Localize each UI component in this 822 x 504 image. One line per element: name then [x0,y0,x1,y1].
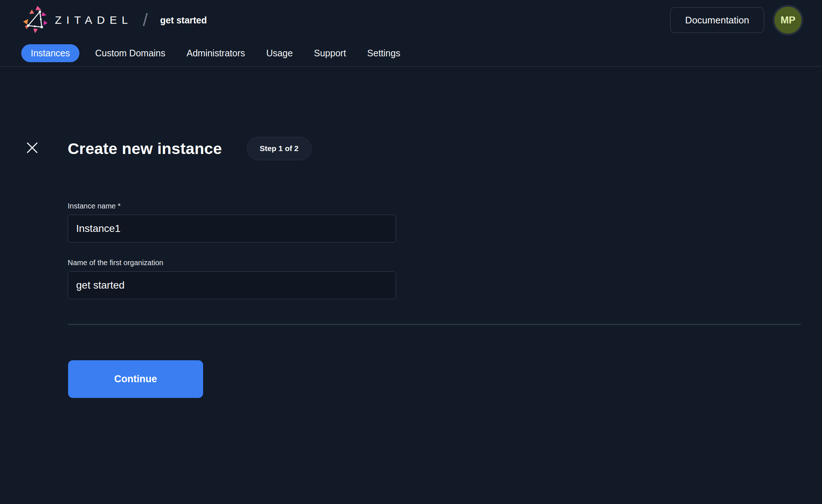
close-icon [26,142,38,154]
close-button[interactable] [23,139,41,157]
instance-name-input[interactable] [68,215,396,242]
tab-usage[interactable]: Usage [261,44,298,62]
tab-administrators[interactable]: Administrators [181,44,251,62]
step-badge: Step 1 of 2 [247,137,311,160]
avatar[interactable]: MP [774,7,802,34]
organization-name-field: Name of the first organization [68,258,396,299]
breadcrumb[interactable]: get started [160,15,207,26]
brand[interactable]: ZITADEL [22,5,132,35]
wizard-header: Create new instance Step 1 of 2 [68,137,311,160]
breadcrumb-separator: / [143,11,147,29]
header-actions: Documentation MP [670,7,804,34]
tab-instances[interactable]: Instances [21,44,79,62]
instance-name-field: Instance name * [68,201,396,242]
header: ZITADEL / get started Documentation MP [0,0,822,40]
tab-support[interactable]: Support [309,44,352,62]
documentation-button[interactable]: Documentation [670,7,764,33]
organization-name-input[interactable] [68,271,396,299]
main-nav: Instances Custom Domains Administrators … [0,40,822,67]
organization-name-label: Name of the first organization [68,258,396,267]
brand-wordmark: ZITADEL [55,14,132,26]
page-title: Create new instance [68,140,222,158]
tab-settings[interactable]: Settings [362,44,406,62]
tab-custom-domains[interactable]: Custom Domains [90,44,171,62]
form-divider [68,324,801,325]
continue-button[interactable]: Continue [68,360,203,398]
zitadel-logo-icon [22,5,49,35]
create-instance-form: Instance name * Name of the first organi… [68,201,396,299]
instance-name-label: Instance name * [68,201,396,211]
